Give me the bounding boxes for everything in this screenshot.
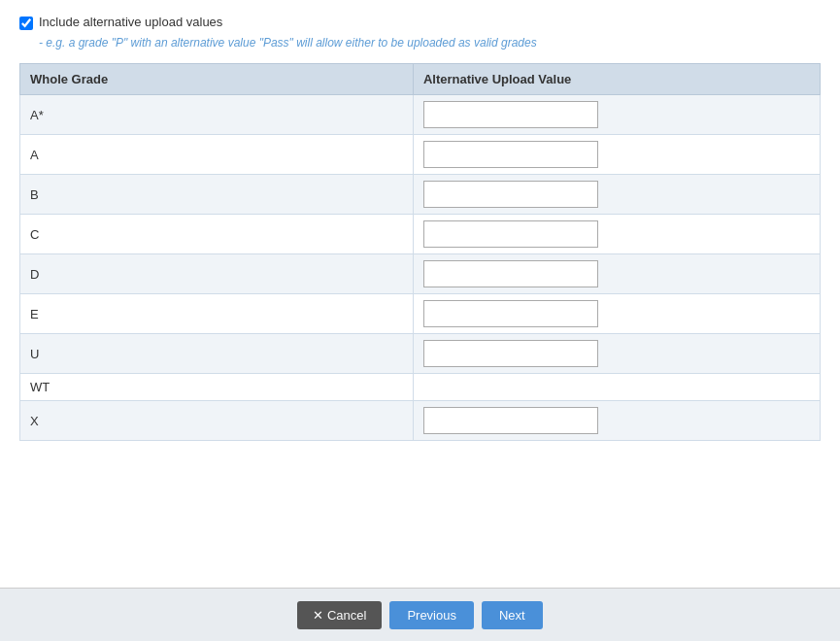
grade-cell: C [20, 215, 414, 254]
checkbox-label: Include alternative upload values [39, 15, 222, 29]
alt-upload-cell [413, 334, 820, 374]
alt-upload-input[interactable] [423, 407, 598, 434]
table-row: WT [20, 374, 821, 401]
footer-bar: ✕ Cancel Previous Next [0, 588, 840, 641]
next-button[interactable]: Next [482, 601, 543, 629]
grade-cell: A* [20, 95, 414, 135]
col-header-alt: Alternative Upload Value [413, 64, 820, 95]
alt-upload-input[interactable] [423, 181, 598, 208]
col-header-grade: Whole Grade [20, 64, 414, 95]
table-row: C [20, 215, 821, 254]
alt-upload-cell [413, 175, 820, 215]
alt-upload-cell [413, 294, 820, 334]
grade-cell: B [20, 175, 414, 215]
include-alt-checkbox[interactable] [19, 17, 33, 30]
table-header-row: Whole Grade Alternative Upload Value [20, 64, 821, 95]
alt-upload-cell [413, 254, 820, 294]
grade-cell: U [20, 334, 414, 374]
grade-cell: A [20, 135, 414, 175]
hint-text: - e.g. a grade "P" with an alternative v… [39, 36, 821, 50]
grade-cell: WT [20, 374, 414, 401]
main-content: Include alternative upload values - e.g.… [0, 0, 840, 588]
alt-upload-input[interactable] [423, 260, 598, 287]
table-row: U [20, 334, 821, 374]
grade-table: Whole Grade Alternative Upload Value A*A… [19, 63, 821, 441]
alt-upload-cell [413, 95, 820, 135]
grade-cell: X [20, 401, 414, 441]
table-row: E [20, 294, 821, 334]
alt-upload-input[interactable] [423, 300, 598, 327]
cancel-button[interactable]: ✕ Cancel [297, 601, 382, 629]
table-row: A [20, 135, 821, 175]
alt-upload-input[interactable] [423, 340, 598, 367]
alt-upload-input[interactable] [423, 141, 598, 168]
previous-button[interactable]: Previous [389, 601, 474, 629]
alt-upload-cell [413, 374, 820, 401]
table-row: B [20, 175, 821, 215]
page-wrapper: Include alternative upload values - e.g.… [0, 0, 840, 641]
grade-cell: D [20, 254, 414, 294]
alt-upload-cell [413, 401, 820, 441]
alt-upload-cell [413, 215, 820, 254]
table-row: X [20, 401, 821, 441]
table-row: A* [20, 95, 821, 135]
grade-cell: E [20, 294, 414, 334]
table-row: D [20, 254, 821, 294]
alt-upload-input[interactable] [423, 220, 598, 248]
alt-upload-cell [413, 135, 820, 175]
alt-upload-input[interactable] [423, 101, 598, 128]
checkbox-row: Include alternative upload values [19, 15, 821, 30]
